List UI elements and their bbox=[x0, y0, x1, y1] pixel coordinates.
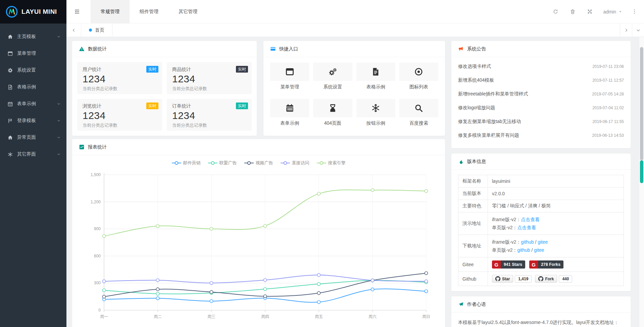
demo-spa-link[interactable]: 点击查看 bbox=[517, 225, 536, 230]
refresh-button[interactable] bbox=[547, 0, 564, 24]
announcement-date: 2019-06-13 14:53 bbox=[592, 133, 624, 138]
quick-entry-search[interactable]: 百度搜索 bbox=[399, 99, 438, 126]
link-separator: / bbox=[530, 247, 534, 253]
demo-iframe-link[interactable]: 点击查看 bbox=[521, 217, 540, 222]
legend-label: 直接访问 bbox=[292, 160, 309, 166]
realtime-badge: 实时 bbox=[146, 66, 158, 73]
quick-entry-window[interactable]: 菜单管理 bbox=[270, 63, 309, 90]
stat-label: 浏览统计 bbox=[83, 103, 157, 109]
sidebar-item-login-template[interactable]: 登录模板 bbox=[0, 112, 66, 129]
announcements-card: 系统公告 修改选项卡样式 2019-07-11 23:06 新增系统404模板 … bbox=[451, 41, 631, 148]
gitee-forks-badge[interactable]: G278 Forks bbox=[529, 260, 563, 269]
topnav-tab-0[interactable]: 常规管理 bbox=[91, 0, 130, 23]
sidebar-item-home-template[interactable]: 主页模板 bbox=[0, 28, 66, 45]
svg-text:周五: 周五 bbox=[315, 314, 323, 319]
stat-value: 1234 bbox=[172, 73, 246, 85]
announcement-item[interactable]: 修改选项卡样式 2019-07-11 23:06 bbox=[458, 59, 624, 73]
page-scrollbar[interactable] bbox=[639, 37, 644, 327]
sidebar-item-label: 主页模板 bbox=[17, 34, 36, 40]
github-fork-button[interactable]: Fork bbox=[535, 275, 557, 283]
github-star-button[interactable]: Star bbox=[492, 275, 513, 283]
announcement-text: 修复多模块菜单栏展开有问题 bbox=[458, 132, 519, 138]
gitee-logo: G bbox=[492, 260, 501, 269]
announcement-date: 2019-07-11 23:06 bbox=[592, 64, 624, 69]
announcement-item[interactable]: 新增系统404模板 2019-07-11 12:57 bbox=[458, 73, 624, 87]
version-info-header: 版本信息 bbox=[451, 154, 631, 170]
legend-item-搜索引擎[interactable]: 搜索引擎 bbox=[317, 160, 346, 166]
github-badges: Star 1,419 Fork 440 bbox=[488, 272, 624, 286]
legend-item-邮件营销[interactable]: 邮件营销 bbox=[172, 160, 201, 166]
calendar-icon bbox=[270, 99, 309, 117]
sidebar-item-table-example[interactable]: 表格示例 bbox=[0, 79, 66, 95]
quick-entry-snowflake[interactable]: 按钮示例 bbox=[356, 99, 395, 126]
svg-text:周三: 周三 bbox=[207, 314, 215, 319]
legend-marker bbox=[208, 161, 217, 165]
author-words-body: 本模板基于layui2.5.4以及font-awesome-4.7.0进行实现。… bbox=[451, 313, 631, 327]
announcement-item[interactable]: 新增treetable插件和菜单管理样式 2019-07-05 14:28 bbox=[458, 87, 624, 101]
announcement-item[interactable]: 修复左侧菜单缩放tab无法移动 2019-06-17 11:55 bbox=[458, 115, 624, 128]
legend-item-联盟广告[interactable]: 联盟广告 bbox=[208, 160, 237, 166]
topnav-tab-2[interactable]: 其它管理 bbox=[168, 0, 207, 23]
sidebar-item-other-ui[interactable]: 其它界面 bbox=[0, 146, 66, 163]
quick-entry-calendar[interactable]: 表单示例 bbox=[270, 99, 309, 126]
sidebar-item-system-setting[interactable]: 系统设置 bbox=[0, 62, 66, 79]
demo-line1-label: iframe版-v2： bbox=[492, 217, 521, 222]
sidebar-item-label: 菜单管理 bbox=[17, 50, 36, 56]
home-icon bbox=[7, 34, 13, 40]
announcement-text: 修复左侧菜单缩放tab无法移动 bbox=[458, 119, 521, 125]
chart-legend: 邮件营销 联盟广告 视频广告 直接访问 搜索引擎 bbox=[72, 160, 445, 166]
version-table: 框架名称 layuimini 当前版本 v2.0.0 主要特色 零门槛 / 响应… bbox=[458, 175, 624, 286]
stats-grid: 用户统计 实时 1234 当前分类总记录数 商品统计 实时 1234 当前分类总… bbox=[72, 57, 257, 136]
svg-text:周六: 周六 bbox=[368, 314, 377, 319]
scrollbar-thumb-gray[interactable] bbox=[640, 47, 643, 160]
quick-entry-gears[interactable]: 系统设置 bbox=[313, 63, 352, 90]
quick-entry-file[interactable]: 表格示例 bbox=[356, 63, 395, 90]
announcement-item[interactable]: 修复多模块菜单栏展开有问题 2019-06-13 14:53 bbox=[458, 128, 624, 142]
table-row: 当前版本 v2.0.0 bbox=[458, 188, 624, 200]
tabs-scroll-left-button[interactable] bbox=[66, 24, 81, 37]
tabs-scroll-right-button[interactable] bbox=[620, 24, 632, 37]
chevron-down-icon bbox=[56, 34, 61, 39]
version-row-label: 主要特色 bbox=[458, 200, 488, 212]
fullscreen-button[interactable] bbox=[581, 0, 598, 24]
stat-sublabel: 当前分类总记录数 bbox=[172, 122, 246, 128]
svg-text:300: 300 bbox=[94, 281, 101, 285]
user-dropdown[interactable]: admin bbox=[598, 0, 627, 24]
tabs-menu-button[interactable] bbox=[632, 24, 644, 37]
gitee-logo: G bbox=[529, 260, 538, 269]
table-row: 框架名称 layuimini bbox=[458, 175, 624, 188]
quick-entry-label: 系统设置 bbox=[313, 84, 352, 90]
scrollbar-thumb-teal[interactable] bbox=[640, 160, 643, 183]
legend-marker bbox=[281, 161, 290, 165]
topnav-tab-1[interactable]: 组件管理 bbox=[130, 0, 168, 23]
download-iframe-gitee-link[interactable]: gitee bbox=[538, 239, 548, 245]
stat-label: 订单统计 bbox=[172, 103, 246, 109]
chevron-left-icon bbox=[71, 28, 76, 33]
legend-item-直接访问[interactable]: 直接访问 bbox=[281, 160, 309, 166]
sidebar-item-error-page[interactable]: 异常页面 bbox=[0, 129, 66, 146]
sidebar-item-menu-manage[interactable]: 菜单管理 bbox=[0, 45, 66, 62]
download-spa-github-link[interactable]: github bbox=[517, 247, 530, 253]
tab-home[interactable]: 首页 bbox=[81, 24, 112, 37]
realtime-badge: 实时 bbox=[236, 103, 248, 109]
clear-cache-button[interactable] bbox=[564, 0, 581, 24]
gitee-stars-badge[interactable]: G941 Stars bbox=[492, 260, 525, 269]
legend-item-视频广告[interactable]: 视频广告 bbox=[244, 160, 273, 166]
more-button[interactable] bbox=[627, 0, 641, 24]
github-star-count[interactable]: 1,419 bbox=[515, 275, 532, 283]
sidebar-item-form-example[interactable]: 表单示例 bbox=[0, 95, 66, 112]
quick-entry-circle-dot[interactable]: 图标列表 bbox=[399, 63, 438, 90]
announcement-item[interactable]: 修改logo缩放问题 2019-07-04 11:02 bbox=[458, 101, 624, 115]
app-logo[interactable]: LAYUI MINI bbox=[0, 0, 66, 24]
svg-text:600: 600 bbox=[94, 254, 101, 258]
download-iframe-github-link[interactable]: github bbox=[521, 239, 534, 245]
refresh-icon bbox=[553, 9, 558, 14]
github-fork-count[interactable]: 440 bbox=[559, 275, 572, 283]
stat-sublabel: 当前分类总记录数 bbox=[83, 86, 157, 92]
announcements-list: 修改选项卡样式 2019-07-11 23:06 新增系统404模板 2019-… bbox=[451, 57, 631, 145]
collapse-sidebar-button[interactable] bbox=[66, 0, 87, 23]
quick-entry-hourglass[interactable]: 404页面 bbox=[313, 99, 352, 126]
download-spa-gitee-link[interactable]: gitee bbox=[534, 247, 544, 253]
window-line-icon bbox=[7, 51, 13, 56]
more-vertical-icon bbox=[632, 9, 637, 14]
